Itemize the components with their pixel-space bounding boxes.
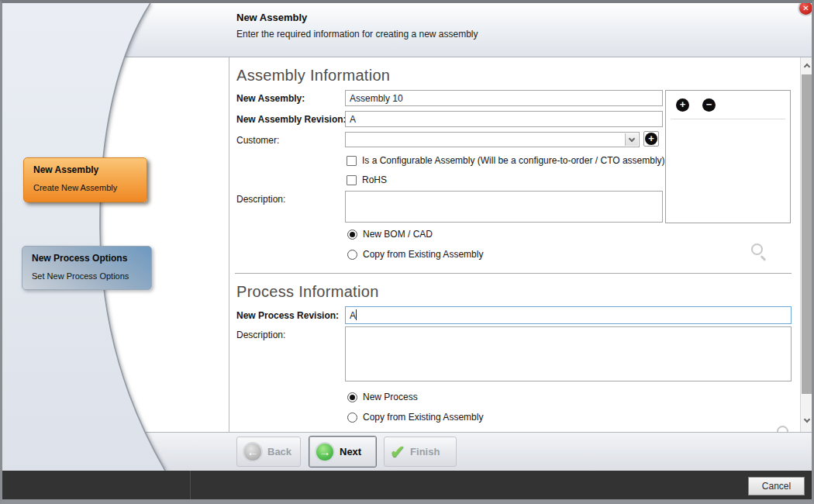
bottom-bar-divider — [190, 471, 191, 499]
new-process-revision-wrap — [345, 306, 792, 324]
wizard-sidebar-swoosh — [2, 3, 204, 471]
process-description-label: Description: — [236, 330, 285, 340]
search-icon-clipped[interactable] — [777, 426, 788, 432]
page-title: New Assembly — [236, 12, 307, 23]
customer-dropdown[interactable] — [345, 132, 640, 147]
copy-existing-assembly-radio[interactable] — [347, 250, 357, 260]
back-button[interactable]: ← Back — [236, 437, 301, 467]
finish-check-icon: ✔ — [390, 442, 405, 462]
search-icon[interactable] — [751, 243, 763, 255]
new-process-label: New Process — [363, 392, 418, 402]
step-new-process-options[interactable]: New Process Options Set New Process Opti… — [22, 246, 152, 290]
new-process-revision-label: New Process Revision: — [236, 310, 339, 321]
rohs-label: RoHS — [362, 174, 387, 185]
vertical-scrollbar[interactable] — [800, 57, 812, 432]
new-bom-cad-radio[interactable] — [347, 230, 357, 240]
panel-border — [229, 57, 229, 432]
next-arrow-icon: → — [315, 442, 335, 462]
scroll-down-icon[interactable] — [801, 414, 812, 426]
step-title: New Process Options — [32, 253, 151, 264]
step-subtitle: Set New Process Options — [32, 271, 151, 281]
assembly-list-panel: + − — [665, 90, 791, 223]
new-process-radio[interactable] — [347, 392, 357, 402]
bottom-bar: Cancel — [2, 471, 812, 499]
assembly-description-textarea[interactable] — [345, 191, 663, 223]
new-bom-cad-label: New BOM / CAD — [363, 229, 433, 240]
add-icon[interactable]: + — [676, 98, 689, 112]
customer-label: Customer: — [236, 135, 279, 146]
configurable-assembly-label: Is a Configurable Assembly (Will be a co… — [362, 155, 665, 166]
new-process-revision-input[interactable] — [345, 306, 792, 324]
text-caret — [356, 309, 357, 320]
rohs-checkbox[interactable] — [347, 175, 357, 185]
new-assembly-revision-input[interactable] — [345, 111, 663, 127]
assembly-section-heading: Assembly Information — [236, 67, 390, 85]
copy-existing-process-radio[interactable] — [347, 413, 357, 423]
new-assembly-wizard-window: New Assembly Enter the required informat… — [0, 0, 814, 504]
close-icon[interactable]: ✕ — [798, 0, 814, 16]
configurable-assembly-checkbox[interactable] — [347, 156, 357, 166]
finish-button[interactable]: ✔ Finish — [384, 437, 457, 467]
chevron-down-icon[interactable] — [625, 133, 638, 146]
plus-icon: + — [645, 133, 657, 145]
scrollbar-thumb[interactable] — [802, 74, 812, 394]
scroll-up-icon[interactable] — [801, 59, 812, 71]
page-subtitle: Enter the required information for creat… — [236, 29, 478, 40]
step-new-assembly[interactable]: New Assembly Create New Assembly — [23, 157, 147, 202]
copy-existing-process-label: Copy from Existing Assembly — [363, 412, 483, 423]
section-divider — [235, 273, 792, 274]
step-title: New Assembly — [33, 164, 147, 175]
step-subtitle: Create New Assembly — [33, 183, 147, 192]
process-description-textarea[interactable] — [345, 326, 792, 381]
new-assembly-input[interactable] — [345, 90, 663, 106]
assembly-description-label: Description: — [236, 194, 285, 205]
add-customer-button[interactable]: + — [643, 131, 659, 147]
new-assembly-label: New Assembly: — [236, 93, 305, 104]
new-assembly-revision-label: New Assembly Revision: — [236, 114, 347, 125]
finish-label: Finish — [410, 446, 440, 457]
next-label: Next — [340, 446, 361, 457]
back-label: Back — [267, 446, 291, 457]
next-button[interactable]: → Next — [309, 436, 377, 468]
remove-icon[interactable]: − — [702, 98, 716, 112]
process-section-heading: Process Information — [236, 283, 379, 301]
cancel-button[interactable]: Cancel — [748, 477, 805, 495]
panel-divider — [671, 119, 785, 119]
back-arrow-icon: ← — [243, 442, 263, 462]
copy-existing-assembly-label: Copy from Existing Assembly — [363, 249, 483, 260]
